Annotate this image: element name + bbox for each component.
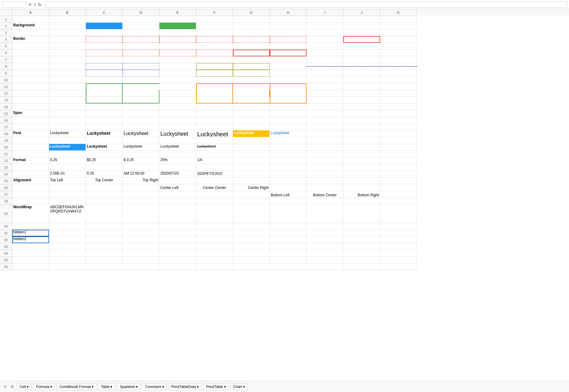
cell-j7[interactable] — [343, 56, 380, 63]
cell-g36[interactable] — [233, 263, 270, 270]
cell-d23[interactable] — [123, 164, 159, 171]
col-header-h[interactable]: H — [270, 9, 307, 16]
cell-h20[interactable] — [270, 144, 307, 151]
cell-h24[interactable] — [270, 171, 307, 178]
cell-c30[interactable] — [86, 223, 123, 230]
cell-e16[interactable] — [159, 117, 196, 124]
cell-h30[interactable] — [270, 223, 307, 230]
cell-k29[interactable] — [380, 205, 417, 223]
cell-h29[interactable] — [270, 205, 307, 223]
cell-g22[interactable] — [233, 157, 270, 164]
cell-a33[interactable] — [12, 243, 49, 250]
cell-i8[interactable] — [307, 63, 343, 70]
cell-d11[interactable] — [123, 83, 159, 90]
cell-d8[interactable] — [123, 63, 159, 70]
cell-d36[interactable] — [123, 263, 159, 270]
cell-d21[interactable] — [123, 151, 159, 157]
cell-e15[interactable] — [159, 110, 196, 117]
cell-h33[interactable] — [270, 243, 307, 250]
cell-a28[interactable] — [12, 198, 49, 205]
cell-e5[interactable] — [159, 43, 196, 50]
cell-j16[interactable] — [343, 117, 380, 124]
cell-h19[interactable] — [270, 137, 307, 144]
cell-d5[interactable] — [123, 43, 159, 50]
cell-i1[interactable] — [307, 16, 343, 23]
cell-i29[interactable] — [307, 205, 343, 223]
cell-b25[interactable]: Top Left — [49, 178, 86, 184]
cell-j12[interactable] — [343, 90, 380, 97]
cell-d10[interactable] — [123, 77, 159, 83]
cell-b8[interactable] — [49, 63, 86, 70]
cell-i11[interactable] — [307, 83, 343, 90]
cell-d35[interactable] — [123, 257, 159, 263]
cell-g30[interactable] — [233, 223, 270, 230]
cell-g19[interactable] — [233, 137, 270, 144]
cell-f23[interactable] — [196, 164, 233, 171]
cell-j32[interactable] — [343, 236, 380, 243]
cell-f22[interactable]: 1/4 — [196, 157, 233, 164]
cell-i30[interactable] — [307, 223, 343, 230]
cell-k16[interactable] — [380, 117, 417, 124]
cell-a18[interactable]: Font — [12, 130, 49, 137]
cell-a31[interactable]: hidden1 — [12, 230, 49, 236]
cell-a16[interactable] — [12, 117, 49, 124]
cell-d14[interactable] — [123, 104, 159, 110]
cell-e13[interactable] — [159, 97, 196, 104]
cell-i12[interactable] — [307, 90, 343, 97]
cell-e36[interactable] — [159, 263, 196, 270]
cell-d22[interactable]: $ 0.25 — [123, 157, 159, 164]
cell-g27[interactable] — [233, 191, 270, 198]
cell-f8[interactable] — [196, 63, 233, 70]
cell-i2[interactable] — [307, 23, 343, 29]
cell-d6[interactable] — [123, 50, 159, 56]
cell-c31[interactable] — [86, 230, 123, 236]
cell-f33[interactable] — [196, 243, 233, 250]
cell-k7[interactable] — [380, 56, 417, 63]
cell-b4[interactable] — [49, 36, 86, 43]
cell-f17[interactable] — [196, 124, 233, 130]
cell-c35[interactable] — [86, 257, 123, 263]
cell-d20[interactable]: Luckysheet — [123, 144, 159, 151]
cell-d18[interactable]: Luckysheet — [123, 130, 159, 137]
cell-c32[interactable] — [86, 236, 123, 243]
cancel-icon[interactable]: ✕ — [28, 2, 32, 7]
cell-k4[interactable] — [380, 36, 417, 43]
cell-g17[interactable] — [233, 124, 270, 130]
cell-g3[interactable] — [233, 29, 270, 36]
cell-c6[interactable] — [86, 50, 123, 56]
cell-i6[interactable] — [307, 50, 343, 56]
col-header-d[interactable]: D — [123, 9, 159, 16]
cell-i15[interactable] — [307, 110, 343, 117]
cell-b12[interactable] — [49, 90, 86, 97]
col-header-e[interactable]: E — [159, 9, 196, 16]
cell-i7[interactable] — [307, 56, 343, 63]
cell-j28[interactable] — [343, 198, 380, 205]
cell-a3[interactable] — [12, 29, 49, 36]
cell-j18[interactable] — [343, 130, 380, 137]
cell-f20[interactable]: Luckysheet — [196, 144, 233, 151]
cell-h5[interactable] — [270, 43, 307, 50]
cell-j6[interactable] — [343, 50, 380, 56]
cell-j23[interactable] — [343, 164, 380, 171]
cell-k24[interactable] — [380, 171, 417, 178]
cell-g24[interactable] — [233, 171, 270, 178]
cell-h25[interactable] — [270, 178, 307, 184]
cell-b7[interactable] — [49, 56, 86, 63]
cell-c23[interactable] — [86, 164, 123, 171]
cell-a22[interactable]: Format — [12, 157, 49, 164]
cell-b33[interactable] — [49, 243, 86, 250]
cell-h2[interactable] — [270, 23, 307, 29]
cell-d34[interactable] — [123, 250, 159, 257]
cell-e18[interactable]: Luckysheet — [159, 130, 196, 137]
cell-d15[interactable] — [123, 110, 159, 117]
cell-j36[interactable] — [343, 263, 380, 270]
cell-f30[interactable] — [196, 223, 233, 230]
cell-e3[interactable] — [159, 29, 196, 36]
cell-j26[interactable] — [343, 184, 380, 191]
cell-k23[interactable] — [380, 164, 417, 171]
cell-g16[interactable] — [233, 117, 270, 124]
cell-g35[interactable] — [233, 257, 270, 263]
cell-j24[interactable] — [343, 171, 380, 178]
cell-f10[interactable] — [196, 77, 233, 83]
cell-a26[interactable] — [12, 184, 49, 191]
